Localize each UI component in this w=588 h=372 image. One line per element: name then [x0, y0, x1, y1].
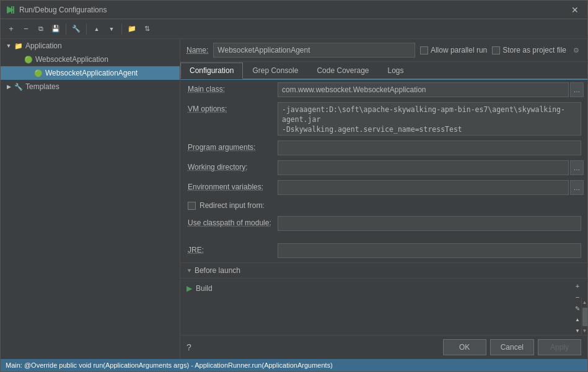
agent-app-icon: 🟢	[34, 69, 43, 77]
store-as-project-checkbox[interactable]	[492, 46, 500, 54]
svg-rect-2	[13, 6, 14, 14]
use-classpath-input[interactable]	[278, 216, 581, 231]
app-icon: 🟢	[24, 56, 33, 64]
allow-parallel-checkbox[interactable]	[420, 46, 428, 54]
before-launch-content: ▶ Build + − ✎ ▲ ▼	[180, 278, 587, 298]
env-vars-value-container: …	[276, 178, 587, 197]
config-form: Main class: … VM options: -javaagent:D:\…	[180, 80, 587, 262]
vm-options-value-container: -javaagent:D:\soft\apache-skywalking-apm…	[276, 100, 587, 138]
before-launch-add-button[interactable]: +	[573, 281, 582, 291]
close-button[interactable]: ✕	[568, 4, 582, 16]
toolbar-separator-3	[121, 24, 122, 35]
copy-config-button[interactable]: ⧉	[34, 22, 48, 36]
spacer	[180, 233, 587, 241]
tab-code-coverage[interactable]: Code Coverage	[307, 63, 378, 79]
cancel-button[interactable]: Cancel	[490, 339, 534, 355]
toolbar: + − ⧉ 💾 🔧 ▲ ▼ 📁 ⇅	[1, 19, 587, 39]
add-config-button[interactable]: +	[4, 22, 18, 36]
before-launch-movedown-button[interactable]: ▼	[573, 326, 582, 335]
ok-button[interactable]: OK	[443, 339, 486, 355]
expand-arrow: ▼	[6, 43, 12, 49]
toolbar-separator	[66, 24, 66, 35]
tree-item-websocket-app[interactable]: 🟢 WebsocketApplication	[1, 53, 180, 66]
before-launch-arrow: ▼	[186, 267, 192, 274]
main-class-field-group: …	[278, 82, 584, 97]
config-tabs: Configuration Grep Console Code Coverage…	[180, 62, 587, 80]
before-launch-header[interactable]: ▼ Before launch	[180, 263, 587, 278]
name-input[interactable]	[213, 43, 415, 58]
program-args-value-container	[276, 138, 587, 158]
redirect-input-checkbox[interactable]	[188, 202, 196, 210]
name-bar: Name: Allow parallel run Store as projec…	[180, 39, 587, 62]
store-as-project-label: Store as project file	[492, 46, 566, 54]
working-dir-value-container: …	[276, 158, 587, 178]
run-debug-dialog: Run/Debug Configurations ✕ + − ⧉ 💾 🔧 ▲ ▼…	[0, 0, 588, 372]
main-class-input[interactable]	[278, 82, 569, 97]
scroll-thumb[interactable]	[582, 308, 587, 326]
main-class-label: Main class:	[180, 80, 276, 100]
working-dir-browse-button[interactable]: …	[570, 160, 584, 175]
build-item: ▶ Build	[186, 284, 581, 293]
status-bar: Main: @Override public void run(Applicat…	[1, 359, 587, 371]
jre-label: JRE:	[180, 241, 276, 261]
dialog-footer: ? OK Cancel Apply	[180, 335, 587, 359]
before-launch-moveup-button[interactable]: ▲	[573, 314, 582, 324]
folder-button[interactable]: 📁	[125, 22, 139, 36]
use-classpath-value	[276, 214, 587, 233]
dialog-icon	[6, 5, 15, 15]
right-panel: Name: Allow parallel run Store as projec…	[180, 39, 587, 359]
svg-rect-1	[11, 6, 12, 14]
apply-button[interactable]: Apply	[538, 339, 581, 355]
title-bar: Run/Debug Configurations ✕	[1, 1, 587, 19]
tab-logs[interactable]: Logs	[379, 63, 413, 79]
dialog-title: Run/Debug Configurations	[19, 6, 568, 14]
working-dir-label: Working directory:	[180, 158, 276, 178]
vm-options-textarea[interactable]: -javaagent:D:\soft\apache-skywalking-apm…	[278, 102, 581, 136]
save-config-button[interactable]: 💾	[49, 22, 63, 36]
tab-configuration[interactable]: Configuration	[180, 63, 243, 79]
main-class-value-container: …	[276, 80, 587, 100]
build-run-icon: ▶	[186, 284, 192, 293]
toolbar-separator-2	[86, 24, 87, 35]
help-button[interactable]: ?	[186, 342, 191, 352]
program-args-input[interactable]	[278, 141, 581, 155]
env-vars-browse-button[interactable]: …	[570, 180, 584, 195]
config-tree: ▼ 📁 Application 🟢 WebsocketApplication 🟢…	[1, 39, 180, 359]
sort-button[interactable]: ⇅	[140, 22, 154, 36]
working-dir-input[interactable]	[278, 160, 569, 175]
use-classpath-label: Use classpath of module:	[180, 214, 276, 233]
allow-parallel-label: Allow parallel run	[420, 46, 487, 54]
tab-grep-console[interactable]: Grep Console	[243, 63, 307, 79]
redirect-input-row: Redirect input from:	[180, 197, 587, 214]
vm-options-label: VM options:	[180, 100, 276, 138]
tree-item-templates[interactable]: ▶ 🔧 Templates	[1, 80, 180, 93]
settings-button[interactable]: 🔧	[69, 22, 83, 36]
main-class-browse-button[interactable]: …	[570, 82, 584, 97]
before-launch-actions: + − ✎ ▲ ▼	[573, 281, 582, 335]
build-item-label: Build	[196, 284, 213, 293]
jre-value	[276, 241, 587, 261]
tree-item-websocket-agent[interactable]: 🟢 WebsocketApplicationAgent	[1, 66, 180, 80]
templates-arrow: ▶	[6, 84, 12, 90]
before-launch-section: ▼ Before launch ▶ Build + − ✎ ▲ ▼	[180, 262, 587, 335]
before-launch-remove-button[interactable]: −	[573, 292, 582, 302]
move-up-button[interactable]: ▲	[90, 22, 103, 36]
program-args-label: Program arguments:	[180, 138, 276, 158]
before-launch-title: Before launch	[195, 266, 240, 275]
before-launch-edit-button[interactable]: ✎	[573, 303, 582, 313]
tree-item-application[interactable]: ▼ 📁 Application	[1, 39, 180, 53]
templates-icon: 🔧	[14, 83, 23, 91]
working-dir-field-group: …	[278, 160, 584, 175]
remove-config-button[interactable]: −	[19, 22, 33, 36]
status-text: Main: @Override public void run(Applicat…	[6, 361, 333, 369]
move-down-button[interactable]: ▼	[105, 22, 118, 36]
name-label: Name:	[186, 46, 208, 54]
store-file-icon: ⚙	[571, 45, 581, 55]
env-vars-input[interactable]	[278, 180, 569, 195]
redirect-input-label: Redirect input from:	[200, 201, 265, 210]
jre-input[interactable]	[278, 243, 581, 258]
env-vars-label: Environment variables:	[180, 178, 276, 197]
env-vars-field-group: …	[278, 180, 584, 195]
tab-configuration-content: Main class: … VM options: -javaagent:D:\…	[180, 80, 587, 262]
before-launch-scroll-area: ▲ ▼	[180, 298, 587, 335]
